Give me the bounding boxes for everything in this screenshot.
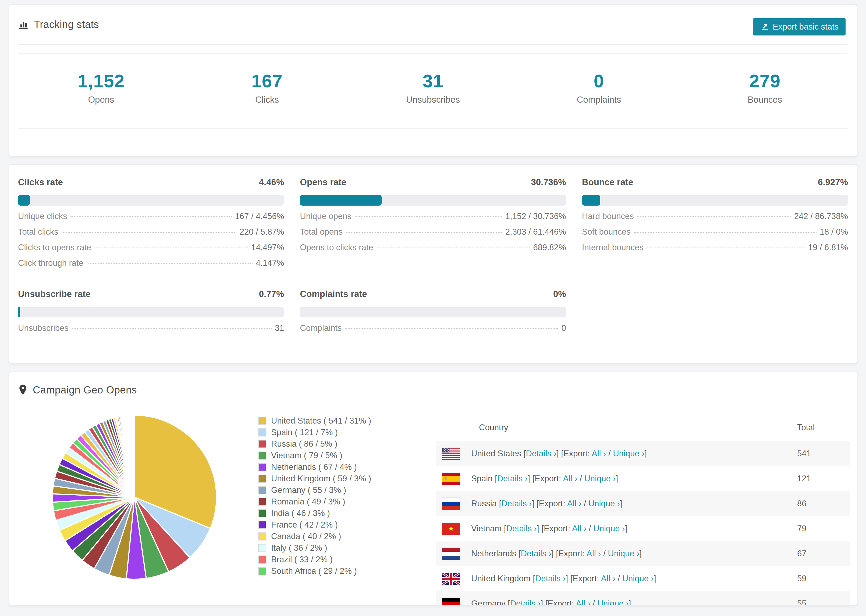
unsubscribe-rate-progressbar: [18, 306, 284, 317]
geo-table-row: Spain [Details ›] [Export: All › / Uniqu…: [436, 466, 850, 491]
legend-item: South Africa ( 29 / 2% ): [258, 565, 436, 577]
complaints-rate-block: Complaints rate 0% Complaints0: [300, 289, 566, 339]
country-cell: United States [Details ›] [Export: All ›…: [471, 449, 647, 459]
details-link[interactable]: Details ›: [526, 449, 556, 458]
dotted-leader: [94, 248, 248, 248]
legend-item: Italy ( 36 / 2% ): [258, 542, 436, 554]
flag-es: [442, 473, 460, 485]
legend-swatch: [258, 463, 266, 471]
details-link[interactable]: Details ›: [506, 524, 537, 533]
rate-detail-label: Hard bounces: [582, 212, 634, 221]
legend-item: India ( 46 / 3% ): [258, 508, 436, 519]
rate-detail-row: Complaints0: [300, 323, 566, 339]
rate-detail-row: Total clicks220 / 5.87%: [18, 227, 284, 243]
geo-opens-title: Campaign Geo Opens: [33, 384, 137, 396]
country-column-header: Country: [479, 423, 508, 432]
legend-label: United Kingdom ( 59 / 3% ): [271, 474, 371, 484]
opens-rate-progressbar: [300, 195, 566, 206]
geo-table-row: United Kingdom [Details ›] [Export: All …: [436, 566, 850, 591]
legend-label: Romania ( 49 / 3% ): [271, 497, 345, 507]
export-all-link[interactable]: All ›: [572, 524, 586, 533]
bounce-rate-progressbar: [582, 195, 848, 206]
summary-stats-row: 1,152 Opens 167 Clicks 31 Unsubscribes 0…: [18, 53, 848, 129]
details-link[interactable]: Details ›: [535, 574, 566, 583]
legend-swatch: [258, 475, 266, 483]
geo-pie-chart: [16, 408, 258, 605]
export-all-link[interactable]: All ›: [592, 449, 606, 458]
export-unique-link[interactable]: Unique ›: [597, 599, 629, 605]
export-icon: [760, 22, 769, 31]
export-all-link[interactable]: All ›: [587, 549, 601, 558]
total-cell: 59: [797, 574, 850, 583]
export-unique-link[interactable]: Unique ›: [593, 524, 625, 533]
rate-detail-row: Opens to clicks rate689.82%: [300, 243, 566, 258]
export-all-link[interactable]: All ›: [576, 599, 590, 605]
rate-detail-label: Unique clicks: [18, 212, 67, 221]
geo-table-header: Country Total: [436, 414, 850, 441]
legend-item: Canada ( 40 / 2% ): [258, 531, 436, 542]
tracking-stats-card: Tracking stats Export basic stats 1,152 …: [9, 4, 857, 156]
details-link[interactable]: Details ›: [521, 549, 551, 558]
legend-item: Netherlands ( 67 / 4% ): [258, 461, 436, 473]
legend-swatch: [258, 498, 266, 506]
rate-detail-row: Internal bounces19 / 6.81%: [582, 243, 848, 258]
export-unique-link[interactable]: Unique ›: [613, 449, 644, 458]
legend-item: Romania ( 49 / 3% ): [258, 496, 436, 508]
legend-swatch: [258, 486, 266, 494]
country-cell: Spain [Details ›] [Export: All › / Uniqu…: [471, 474, 618, 484]
rate-detail-row: Unsubscribes31: [18, 323, 284, 339]
country-cell: United Kingdom [Details ›] [Export: All …: [471, 574, 656, 583]
export-unique-link[interactable]: Unique ›: [622, 574, 654, 583]
export-all-link[interactable]: All ›: [601, 574, 615, 583]
export-unique-link[interactable]: Unique ›: [584, 474, 616, 483]
rate-detail-value: 167 / 4.456%: [235, 212, 284, 221]
legend-label: Netherlands ( 67 / 4% ): [271, 462, 357, 472]
rate-detail-value: 4.147%: [256, 258, 284, 268]
rate-detail-value: 689.82%: [533, 243, 566, 252]
legend-item: Spain ( 121 / 7% ): [258, 426, 436, 438]
bounce-rate-block: Bounce rate 6.927% Hard bounces242 / 86.…: [582, 177, 848, 274]
dotted-leader: [376, 248, 530, 248]
dotted-leader: [355, 216, 502, 217]
export-basic-stats-button[interactable]: Export basic stats: [753, 18, 846, 36]
export-unique-link[interactable]: Unique ›: [608, 549, 639, 558]
legend-swatch: [258, 509, 266, 517]
rate-detail-row: Total opens2,303 / 61.446%: [300, 227, 566, 243]
dotted-leader: [647, 248, 805, 248]
rate-detail-label: Unique opens: [300, 212, 351, 221]
geo-opens-header: Campaign Geo Opens: [18, 372, 848, 408]
legend-label: Germany ( 55 / 3% ): [271, 486, 346, 495]
rate-detail-value: 14.497%: [251, 243, 284, 252]
clicks-rate-block: Clicks rate 4.46% Unique clicks167 / 4.4…: [18, 177, 284, 274]
dotted-leader: [634, 232, 817, 233]
bar-chart-icon: [18, 19, 28, 30]
legend-label: South Africa ( 29 / 2% ): [271, 566, 357, 576]
rate-detail-label: Complaints: [300, 323, 342, 333]
total-cell: 86: [797, 499, 850, 509]
geo-table: Country Total United States [Details ›] …: [436, 414, 850, 605]
geo-table-row: Vietnam [Details ›] [Export: All › / Uni…: [436, 516, 850, 541]
dotted-leader: [346, 232, 502, 233]
details-link[interactable]: Details ›: [510, 599, 541, 605]
rate-detail-row: Hard bounces242 / 86.738%: [582, 212, 848, 227]
legend-item: Germany ( 55 / 3% ): [258, 484, 436, 496]
export-all-link[interactable]: All ›: [567, 499, 581, 508]
clicks-rate-progressbar: [18, 195, 284, 206]
export-all-link[interactable]: All ›: [563, 474, 577, 483]
details-link[interactable]: Details ›: [501, 499, 532, 508]
dotted-leader: [61, 232, 236, 233]
export-unique-link[interactable]: Unique ›: [589, 499, 620, 508]
complaints-rate-progressbar: [300, 306, 566, 317]
flag-de: [442, 597, 460, 605]
rate-detail-label: Opens to clicks rate: [300, 243, 373, 252]
legend-swatch: [258, 567, 266, 575]
flag-gb: [442, 572, 460, 585]
rate-detail-value: 1,152 / 30.736%: [505, 212, 566, 221]
legend-label: Spain ( 121 / 7% ): [271, 427, 338, 437]
total-cell: 79: [797, 524, 850, 533]
page-title: Tracking stats: [34, 19, 99, 30]
country-cell: Vietnam [Details ›] [Export: All › / Uni…: [471, 524, 627, 533]
legend-item: Brazil ( 33 / 2% ): [258, 554, 436, 565]
details-link[interactable]: Details ›: [497, 474, 528, 483]
total-cell: 541: [797, 449, 850, 459]
